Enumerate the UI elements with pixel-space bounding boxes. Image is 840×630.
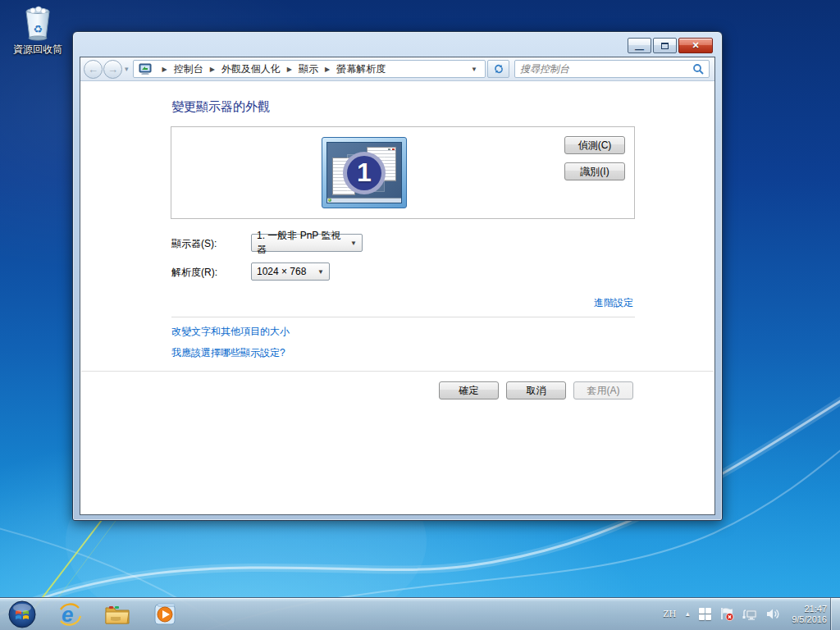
recycle-symbol-icon: ♻ <box>33 23 43 35</box>
resolution-label: 解析度(R): <box>171 266 217 280</box>
folder-icon <box>104 603 130 626</box>
address-bar[interactable]: ▶ 控制台 ▶ 外觀及個人化 ▶ 顯示 ▶ 螢幕解析度 ▼ <box>133 60 486 78</box>
cancel-button[interactable]: 取消 <box>506 381 566 399</box>
internet-explorer-icon: e <box>57 601 83 628</box>
close-button[interactable]: ✕ <box>678 38 713 53</box>
page-content: 變更顯示器的外觀 <box>80 81 714 514</box>
breadcrumb-item-control-panel[interactable]: 控制台 <box>174 62 203 76</box>
navigation-toolbar: ← → ▾ ▶ 控制台 ▶ 外觀及個人化 ▶ 顯示 <box>80 57 714 81</box>
address-dropdown-icon[interactable]: ▼ <box>467 66 482 73</box>
minimize-icon: — <box>635 46 644 52</box>
advanced-settings-link[interactable]: 進階設定 <box>594 296 633 310</box>
show-hidden-icons-button[interactable]: ▲ <box>684 610 691 618</box>
language-indicator[interactable]: ZH <box>663 608 676 620</box>
taskbar-item-windows-explorer[interactable] <box>103 600 131 628</box>
mini-start-orb <box>328 199 331 202</box>
refresh-button[interactable] <box>487 60 509 78</box>
breadcrumb-item-appearance[interactable]: 外觀及個人化 <box>221 62 281 76</box>
resolution-select-value: 840 × 630 <box>257 266 306 277</box>
clock-date: 9/5/2016 <box>792 614 827 625</box>
breadcrumb-separator-icon: ▶ <box>162 66 167 73</box>
start-button[interactable] <box>8 600 36 628</box>
recycle-bin[interactable]: ♻ 資源回收筒 <box>7 5 69 57</box>
forward-button[interactable]: → <box>103 60 122 79</box>
system-tray: ZH ▲ <box>663 598 840 630</box>
breadcrumb-item-display[interactable]: 顯示 <box>299 62 318 76</box>
monitor-screen: 1 <box>326 142 402 203</box>
page-title: 變更顯示器的外觀 <box>171 99 270 115</box>
show-desktop-button[interactable] <box>830 598 840 630</box>
dialog-buttons: 確定 取消 套用(A) <box>439 381 633 399</box>
detect-button[interactable]: 偵測(C) <box>564 136 625 154</box>
chevron-down-icon: ▼ <box>317 268 324 276</box>
network-icon[interactable] <box>742 608 758 621</box>
display-settings-icon <box>139 63 152 75</box>
back-button[interactable]: ← <box>84 60 103 79</box>
apply-button[interactable]: 套用(A) <box>573 381 633 399</box>
window-titlebar[interactable]: — ✕ <box>73 32 722 57</box>
breadcrumb-separator-icon: ▶ <box>287 66 292 73</box>
maximize-icon <box>661 43 669 49</box>
recycle-bin-label: 資源回收筒 <box>7 43 69 57</box>
monitor-number-badge: 1 <box>343 152 386 194</box>
mini-dot <box>388 148 390 150</box>
forward-icon: → <box>107 63 118 75</box>
button-row-divider <box>81 371 714 372</box>
resolution-select[interactable]: 840 × 630 ▼ <box>251 262 330 281</box>
clock[interactable]: 21:47 9/5/2016 <box>792 604 827 625</box>
desktop: ♻ 資源回收筒 — ✕ ← → ▾ <box>0 0 840 630</box>
screen-resolution-window: — ✕ ← → ▾ ▶ <box>72 31 723 521</box>
mini-taskbar <box>327 198 401 203</box>
ime-icon[interactable] <box>699 608 711 620</box>
recent-pages-chevron-icon[interactable]: ▾ <box>125 65 129 73</box>
mini-close-dot <box>392 148 395 150</box>
search-input[interactable] <box>520 63 692 75</box>
taskbar: e <box>0 597 840 630</box>
minimize-button[interactable]: — <box>628 38 651 53</box>
taskbar-item-internet-explorer[interactable]: e <box>56 600 84 628</box>
back-icon: ← <box>88 63 98 75</box>
monitor-number: 1 <box>357 158 372 188</box>
search-icon[interactable] <box>692 63 704 75</box>
taskbar-item-media-player[interactable] <box>151 600 179 628</box>
breadcrumb-item-screen-resolution[interactable]: 螢幕解析度 <box>336 62 386 76</box>
chevron-down-icon: ▼ <box>350 240 357 247</box>
action-center-flag-icon[interactable] <box>719 607 734 621</box>
breadcrumb-separator-icon: ▶ <box>210 66 215 73</box>
volume-icon[interactable] <box>766 608 780 620</box>
display-select-value: 1. 一般非 PnP 監視器 <box>257 229 344 257</box>
search-box <box>514 60 710 78</box>
breadcrumb-separator-icon: ▶ <box>325 66 330 73</box>
display-select[interactable]: 1. 一般非 PnP 監視器 ▼ <box>251 234 363 252</box>
maximize-button[interactable] <box>653 38 677 53</box>
monitor-preview-box: 1 偵測(C) 識別(I) <box>171 126 635 219</box>
make-text-larger-link[interactable]: 改變文字和其他項目的大小 <box>171 325 290 339</box>
close-icon: ✕ <box>692 40 699 51</box>
identify-button[interactable]: 識別(I) <box>564 162 625 180</box>
ok-button[interactable]: 確定 <box>439 381 499 399</box>
clock-time: 21:47 <box>792 604 827 614</box>
display-label: 顯示器(S): <box>171 237 217 251</box>
window-client-area: ← → ▾ ▶ 控制台 ▶ 外觀及個人化 ▶ 顯示 <box>80 57 715 515</box>
section-divider <box>171 317 635 317</box>
refresh-icon <box>493 63 504 75</box>
caption-buttons: — ✕ <box>628 38 713 53</box>
monitor-preview[interactable]: 1 <box>322 137 407 208</box>
media-player-icon <box>153 602 177 627</box>
which-display-settings-link[interactable]: 我應該選擇哪些顯示設定? <box>171 346 285 360</box>
